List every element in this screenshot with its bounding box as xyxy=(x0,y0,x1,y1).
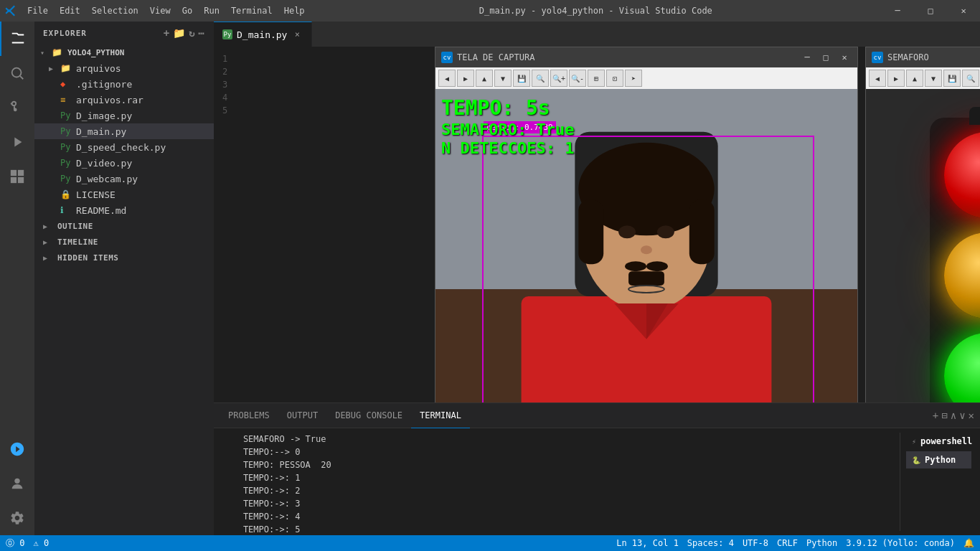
menu-file[interactable]: File xyxy=(22,0,54,22)
timeline-section[interactable]: ▶ TIMELINE xyxy=(34,234,214,250)
settings-icon[interactable] xyxy=(0,501,34,535)
s-nav-back-btn[interactable]: ◀ xyxy=(869,70,886,87)
hidden-items-section[interactable]: ▶ HIDDEN ITEMS xyxy=(34,250,214,265)
term-line-4: TEMPO:->: 2 xyxy=(222,484,894,497)
sidebar-item-d-speed[interactable]: Py D_speed_check.py xyxy=(34,139,214,155)
language-mode[interactable]: Python xyxy=(806,538,837,548)
menu-go[interactable]: Go xyxy=(176,0,198,22)
powershell-icon: ⚡ xyxy=(912,438,916,446)
collapse-icon[interactable]: ⋯ xyxy=(199,27,205,39)
sidebar-item-license[interactable]: 🔒 LICENSE xyxy=(34,187,214,202)
editor-main: 12345 xyxy=(214,47,980,402)
s-zoom-btn[interactable]: 🔍 xyxy=(962,70,979,87)
sidebar-item-gitignore[interactable]: ◆ .gitignore xyxy=(34,76,214,92)
nav-back-btn[interactable]: ◀ xyxy=(438,70,456,87)
sidebar-item-readme[interactable]: ℹ README.md xyxy=(34,202,214,218)
reset-btn[interactable]: ⊞ xyxy=(588,70,605,87)
nav-dn-btn[interactable]: ▼ xyxy=(494,70,512,87)
panel-chevron-up-icon[interactable]: ∧ xyxy=(951,410,956,421)
arrow-btn[interactable]: ➤ xyxy=(625,70,642,87)
powershell-session[interactable]: ⚡ powershell xyxy=(906,433,971,450)
nav-up-btn[interactable]: ▲ xyxy=(476,70,493,87)
sidebar-item-rar[interactable]: ≡ arquivos.rar xyxy=(34,92,214,108)
encoding[interactable]: UTF-8 xyxy=(743,538,768,548)
file-label: D_main.py xyxy=(76,126,126,137)
sidebar-item-d-webcam[interactable]: Py D_webcam.py xyxy=(34,171,214,187)
term-line-6: TEMPO:->: 4 xyxy=(222,510,894,523)
panel-tab-output[interactable]: OUTPUT xyxy=(278,403,326,428)
menu-help[interactable]: Help xyxy=(278,0,311,22)
refresh-icon[interactable]: ↻ xyxy=(189,27,195,39)
source-control-activity-icon[interactable] xyxy=(0,90,34,125)
notifications-icon[interactable]: 🔔 xyxy=(963,538,974,548)
py-icon: Py xyxy=(60,126,72,136)
close-button[interactable]: ✕ xyxy=(947,0,980,22)
camera-maximize-btn[interactable]: □ xyxy=(819,50,833,65)
terminal-add-btn[interactable]: + xyxy=(933,410,938,421)
save-btn[interactable]: 💾 xyxy=(513,70,530,87)
menu-selection[interactable]: Selection xyxy=(86,0,144,22)
panel-chevron-down-icon[interactable]: ∨ xyxy=(959,410,965,421)
sidebar-item-d-video[interactable]: Py D_video.py xyxy=(34,155,214,171)
tempo-text: TEMPO: 5s xyxy=(441,96,574,121)
python-session[interactable]: 🐍 Python xyxy=(906,451,971,468)
svg-rect-4 xyxy=(11,177,17,183)
remote-explorer-icon[interactable] xyxy=(0,432,34,466)
outline-section[interactable]: ▶ OUTLINE xyxy=(34,218,214,234)
extensions-activity-icon[interactable] xyxy=(0,159,34,194)
sidebar-item-arquivos[interactable]: ▶ 📁 arquivos xyxy=(34,60,214,76)
menu-edit[interactable]: Edit xyxy=(54,0,86,22)
project-name: YOLO4_PYTHON xyxy=(67,48,124,57)
panel-tab-terminal[interactable]: TERMINAL xyxy=(411,403,470,428)
menu-run[interactable]: Run xyxy=(198,0,225,22)
vscode-logo xyxy=(0,0,22,22)
nav-fwd-btn[interactable]: ▶ xyxy=(457,70,474,87)
search-activity-icon[interactable] xyxy=(0,56,34,90)
terminal-content[interactable]: SEMAFORO -> True TEMPO:--> 0 TEMPO: PESS… xyxy=(214,428,980,535)
red-light xyxy=(944,132,980,218)
error-count[interactable]: ⚠ 0 xyxy=(33,538,49,548)
project-root[interactable]: ▾ 📁 YOLO4_PYTHON xyxy=(34,44,214,60)
menu-terminal[interactable]: Terminal xyxy=(225,0,278,22)
menu-view[interactable]: View xyxy=(144,0,176,22)
terminal-split-btn[interactable]: ⊟ xyxy=(941,410,947,421)
panel-tab-debug[interactable]: DEBUG CONSOLE xyxy=(326,403,411,428)
status-right: Ln 13, Col 1 Spaces: 4 UTF-8 CRLF Python… xyxy=(616,538,974,548)
camera-close-btn[interactable]: ✕ xyxy=(837,50,852,65)
term-line-3: TEMPO:->: 1 xyxy=(222,471,894,484)
zoom-out-btn[interactable]: 🔍- xyxy=(569,70,586,87)
zoom-in-btn[interactable]: 🔍+ xyxy=(550,70,567,87)
explorer-activity-icon[interactable] xyxy=(0,22,34,56)
tab-d-main[interactable]: Py D_main.py × xyxy=(214,22,312,47)
fit-btn[interactable]: ⊡ xyxy=(606,70,623,87)
run-activity-icon[interactable] xyxy=(0,125,34,159)
term-line-2: TEMPO: PESSOA 20 xyxy=(222,458,894,471)
git-branch-icon[interactable]: ⓪ 0 xyxy=(6,537,24,550)
minimize-button[interactable]: ─ xyxy=(881,0,914,22)
sidebar-item-d-main[interactable]: Py D_main.py xyxy=(34,123,214,139)
zoom-btn[interactable]: 🔍 xyxy=(532,70,549,87)
line-ending[interactable]: CRLF xyxy=(777,538,798,548)
camera-minimize-btn[interactable]: ─ xyxy=(800,50,814,65)
s-nav-fwd-btn[interactable]: ▶ xyxy=(887,70,905,87)
camera-content: person: 0.7439 TEMPO: 5s SEMAFORO: True … xyxy=(435,89,857,402)
accounts-icon[interactable] xyxy=(0,466,34,501)
cursor-position[interactable]: Ln 13, Col 1 xyxy=(616,538,679,548)
editor-area: Py D_main.py × 12345 xyxy=(214,22,980,535)
activity-bar xyxy=(0,22,34,535)
s-save-btn[interactable]: 💾 xyxy=(943,70,961,87)
python-interpreter[interactable]: 3.9.12 (Yollo: conda) xyxy=(846,538,955,548)
new-file-icon[interactable]: + xyxy=(164,27,170,39)
panel-tab-problems[interactable]: PROBLEMS xyxy=(220,403,278,428)
s-nav-dn-btn[interactable]: ▼ xyxy=(925,70,942,87)
s-nav-up-btn[interactable]: ▲ xyxy=(906,70,923,87)
file-icon: ℹ xyxy=(60,205,72,215)
panel-close-icon[interactable]: ✕ xyxy=(969,410,974,421)
sidebar-item-d-image[interactable]: Py D_image.py xyxy=(34,108,214,123)
restore-button[interactable]: □ xyxy=(914,0,947,22)
terminal-output: SEMAFORO -> True TEMPO:--> 0 TEMPO: PESS… xyxy=(222,433,894,531)
file-label: arquivos.rar xyxy=(76,95,143,105)
new-folder-icon[interactable]: 📁 xyxy=(173,27,186,39)
indentation[interactable]: Spaces: 4 xyxy=(687,538,734,548)
tab-close-button[interactable]: × xyxy=(291,29,303,40)
